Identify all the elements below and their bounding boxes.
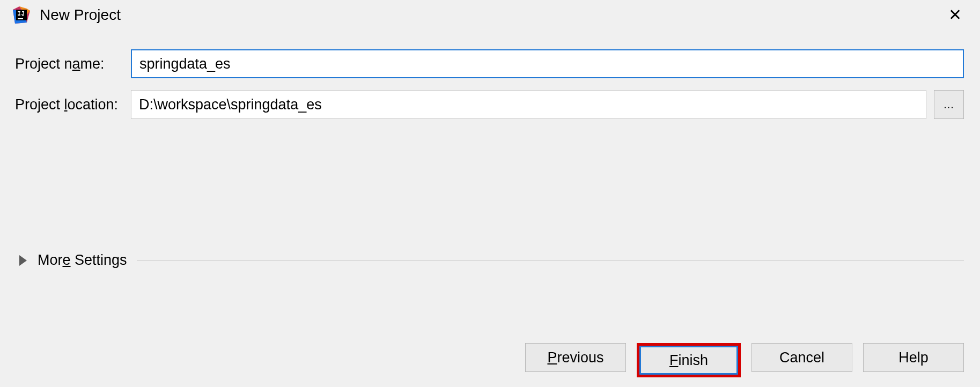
svg-rect-9 xyxy=(18,18,23,19)
dialog-title: New Project xyxy=(40,6,121,24)
close-icon[interactable]: ✕ xyxy=(941,7,969,23)
help-button[interactable]: Help xyxy=(863,343,964,372)
chevron-right-icon[interactable] xyxy=(19,255,27,266)
project-location-label: Project location: xyxy=(15,96,131,113)
project-name-input[interactable] xyxy=(131,49,964,78)
project-name-label: Project name: xyxy=(15,56,131,72)
finish-button[interactable]: Finish xyxy=(639,346,738,375)
title-left: New Project xyxy=(13,6,121,24)
svg-rect-8 xyxy=(24,11,25,15)
form-area: Project name: Project location: ... xyxy=(0,28,980,119)
section-divider xyxy=(137,260,964,261)
project-location-input[interactable] xyxy=(131,90,926,119)
button-bar: Previous Finish Cancel Help xyxy=(525,343,964,377)
cancel-button[interactable]: Cancel xyxy=(751,343,852,372)
svg-rect-6 xyxy=(18,14,20,16)
finish-highlight: Finish xyxy=(637,343,741,377)
more-settings-section: More Settings xyxy=(19,252,964,269)
project-name-row: Project name: xyxy=(15,49,964,78)
intellij-icon xyxy=(13,6,30,24)
more-settings-toggle[interactable]: More Settings xyxy=(38,252,127,269)
project-location-row: Project location: ... xyxy=(15,90,964,119)
titlebar: New Project ✕ xyxy=(0,0,980,28)
previous-button[interactable]: Previous xyxy=(525,343,626,372)
browse-location-button[interactable]: ... xyxy=(934,90,964,119)
